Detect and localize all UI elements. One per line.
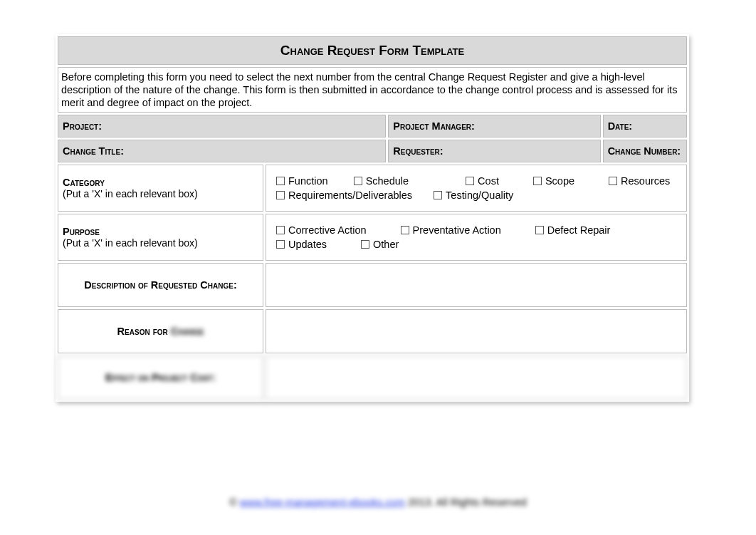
- checkbox-option[interactable]: Cost: [466, 175, 499, 187]
- checkbox-option[interactable]: Schedule: [354, 175, 409, 187]
- change-request-form: Change Request Form Template Before comp…: [56, 34, 689, 402]
- checkbox-icon[interactable]: [276, 177, 285, 185]
- purpose-label-cell: Purpose (Put a 'X' in each relevant box): [58, 214, 263, 261]
- option-label: Requirements/Deliverables: [288, 189, 412, 201]
- intro-text: Before completing this form you need to …: [58, 67, 687, 113]
- label-change-number: Change Number:: [603, 140, 687, 162]
- checkbox-icon[interactable]: [276, 240, 285, 249]
- category-options: FunctionScheduleCostScopeResources Requi…: [266, 165, 687, 212]
- checkbox-option[interactable]: Corrective Action: [276, 224, 367, 236]
- checkbox-option[interactable]: Updates: [276, 239, 327, 250]
- checkbox-option[interactable]: Scope: [533, 175, 574, 187]
- footer: © www.free-management-ebooks.com 2013. A…: [0, 497, 756, 508]
- option-label: Other: [373, 239, 399, 250]
- option-label: Testing/Quality: [446, 189, 513, 201]
- purpose-sub: (Put a 'X' in each relevant box): [63, 237, 198, 249]
- checkbox-icon[interactable]: [533, 177, 542, 185]
- form-title: Change Request Form Template: [58, 36, 687, 65]
- checkbox-option[interactable]: Preventative Action: [401, 224, 501, 236]
- option-label: Schedule: [366, 175, 409, 187]
- checkbox-icon[interactable]: [466, 177, 474, 185]
- footer-link[interactable]: www.free-management-ebooks.com: [240, 497, 405, 508]
- value-effect[interactable]: [266, 355, 687, 400]
- option-label: Corrective Action: [288, 224, 367, 236]
- footer-post: 2013. All Rights Reserved: [405, 497, 527, 508]
- purpose-label: Purpose: [63, 226, 100, 237]
- option-label: Cost: [478, 175, 499, 187]
- label-requester: Requester:: [388, 140, 600, 162]
- option-label: Resources: [621, 175, 670, 187]
- label-change-title: Change Title:: [58, 140, 386, 162]
- label-description: Description of Requested Change:: [58, 263, 263, 307]
- checkbox-icon[interactable]: [361, 240, 369, 249]
- option-label: Preventative Action: [413, 224, 501, 236]
- label-date: Date:: [603, 115, 687, 137]
- checkbox-icon[interactable]: [276, 191, 285, 199]
- reason-prefix: Reason for: [117, 326, 168, 337]
- option-label: Scope: [545, 175, 574, 187]
- value-reason[interactable]: [266, 309, 687, 353]
- checkbox-icon[interactable]: [609, 177, 617, 185]
- checkbox-option[interactable]: Function: [276, 175, 328, 187]
- checkbox-option[interactable]: Requirements/Deliverables: [276, 189, 412, 201]
- label-reason: Reason for Change: [58, 309, 263, 353]
- checkbox-icon[interactable]: [276, 226, 285, 234]
- checkbox-icon[interactable]: [354, 177, 362, 185]
- category-label: Category: [63, 177, 105, 188]
- label-project-manager: Project Manager:: [388, 115, 600, 137]
- purpose-options: Corrective ActionPreventative ActionDefe…: [266, 214, 687, 261]
- checkbox-option[interactable]: Testing/Quality: [434, 189, 513, 201]
- option-label: Defect Repair: [547, 224, 611, 236]
- category-sub: (Put a 'X' in each relevant box): [63, 188, 198, 199]
- checkbox-option[interactable]: Defect Repair: [535, 224, 611, 236]
- option-label: Function: [288, 175, 328, 187]
- label-effect: Effect on Project Cost:: [58, 355, 263, 400]
- checkbox-icon[interactable]: [535, 226, 544, 234]
- checkbox-icon[interactable]: [434, 191, 442, 199]
- checkbox-option[interactable]: Resources: [609, 175, 670, 187]
- category-label-cell: Category (Put a 'X' in each relevant box…: [58, 165, 263, 212]
- reason-blur: Change: [171, 326, 204, 337]
- checkbox-option[interactable]: Other: [361, 239, 399, 250]
- footer-pre: ©: [229, 497, 240, 508]
- value-description[interactable]: [266, 263, 687, 307]
- checkbox-icon[interactable]: [401, 226, 409, 234]
- option-label: Updates: [288, 239, 327, 250]
- label-project: Project:: [58, 115, 386, 137]
